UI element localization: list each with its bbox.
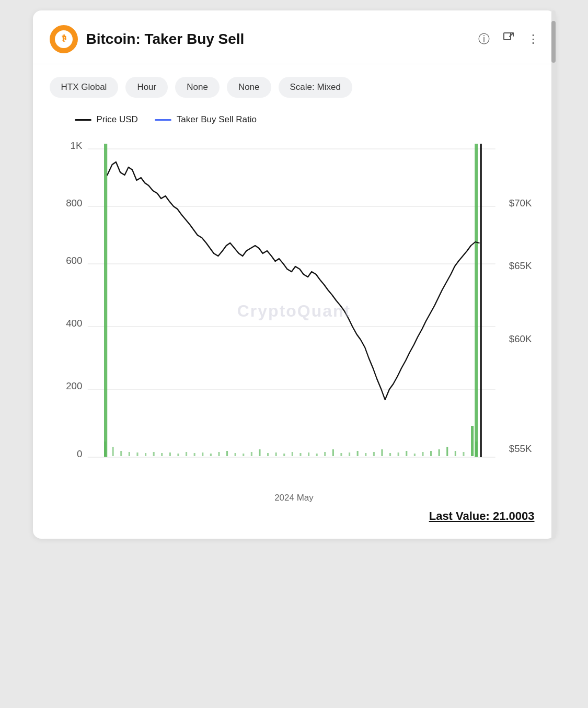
svg-rect-22 bbox=[120, 451, 122, 456]
svg-text:0: 0 bbox=[76, 448, 82, 459]
svg-rect-31 bbox=[193, 453, 195, 456]
svg-rect-56 bbox=[397, 452, 399, 456]
filter-interval[interactable]: Hour bbox=[125, 77, 168, 98]
svg-rect-57 bbox=[406, 451, 407, 456]
svg-rect-64 bbox=[463, 452, 464, 456]
x-axis-label: 2024 May bbox=[50, 489, 539, 505]
filter-exchange[interactable]: HTX Global bbox=[50, 77, 119, 98]
svg-text:$65K: $65K bbox=[509, 260, 532, 271]
header: Bitcoin: Taker Buy Sell ⓘ ⋮ bbox=[33, 10, 556, 64]
svg-rect-66 bbox=[475, 442, 477, 456]
svg-rect-45 bbox=[308, 452, 309, 456]
legend-price-usd: Price USD bbox=[75, 114, 138, 125]
legend-line-price bbox=[75, 119, 91, 121]
svg-rect-59 bbox=[422, 452, 423, 456]
chart-legend: Price USD Taker Buy Sell Ratio bbox=[33, 110, 556, 133]
svg-rect-43 bbox=[291, 452, 293, 456]
svg-rect-60 bbox=[430, 451, 432, 456]
svg-text:600: 600 bbox=[66, 255, 82, 266]
svg-rect-44 bbox=[299, 453, 301, 456]
svg-rect-53 bbox=[373, 452, 374, 456]
svg-rect-36 bbox=[234, 453, 236, 456]
svg-rect-17 bbox=[104, 144, 107, 457]
svg-text:$60K: $60K bbox=[509, 333, 532, 344]
svg-rect-24 bbox=[136, 452, 138, 456]
filter-2[interactable]: None bbox=[227, 77, 271, 98]
chart-container: CryptoQuant 1K 800 600 400 200 0 $70K $6… bbox=[50, 133, 539, 489]
svg-text:1K: 1K bbox=[70, 140, 83, 151]
svg-rect-25 bbox=[145, 453, 146, 456]
legend-label-ratio: Taker Buy Sell Ratio bbox=[177, 114, 257, 125]
btc-icon bbox=[55, 30, 73, 48]
svg-rect-54 bbox=[381, 449, 383, 456]
svg-rect-46 bbox=[316, 454, 317, 456]
legend-line-ratio bbox=[155, 119, 171, 121]
more-options-icon[interactable]: ⋮ bbox=[527, 32, 539, 46]
svg-rect-62 bbox=[446, 447, 448, 456]
svg-rect-61 bbox=[438, 449, 440, 456]
chart-svg: 1K 800 600 400 200 0 $70K $65K $60K $55K bbox=[50, 133, 539, 489]
svg-rect-50 bbox=[349, 452, 350, 456]
svg-text:800: 800 bbox=[66, 198, 82, 208]
svg-rect-20 bbox=[104, 442, 106, 456]
svg-rect-51 bbox=[356, 451, 358, 456]
svg-rect-52 bbox=[365, 453, 366, 456]
svg-rect-40 bbox=[267, 453, 269, 456]
header-icons: ⓘ ⋮ bbox=[478, 31, 539, 47]
svg-rect-63 bbox=[454, 451, 456, 456]
svg-rect-32 bbox=[202, 452, 203, 456]
svg-rect-30 bbox=[186, 452, 187, 456]
svg-rect-42 bbox=[283, 454, 285, 456]
svg-rect-58 bbox=[413, 454, 415, 456]
ratio-bars bbox=[104, 426, 477, 456]
svg-rect-29 bbox=[177, 454, 179, 456]
svg-rect-34 bbox=[218, 452, 220, 456]
svg-rect-37 bbox=[243, 454, 244, 456]
svg-rect-49 bbox=[340, 453, 342, 456]
scrollbar-thumb[interactable] bbox=[551, 21, 556, 63]
chart-area: CryptoQuant 1K 800 600 400 200 0 $70K $6… bbox=[33, 133, 556, 505]
page-title: Bitcoin: Taker Buy Sell bbox=[86, 31, 470, 48]
filter-1[interactable]: None bbox=[175, 77, 220, 98]
external-link-icon[interactable] bbox=[502, 31, 515, 47]
svg-rect-27 bbox=[161, 453, 163, 456]
filters-bar: HTX Global Hour None None Scale: Mixed bbox=[33, 64, 556, 110]
svg-rect-23 bbox=[128, 452, 130, 456]
svg-rect-28 bbox=[169, 452, 170, 456]
svg-text:$55K: $55K bbox=[509, 443, 532, 454]
info-icon[interactable]: ⓘ bbox=[478, 31, 490, 47]
filter-scale[interactable]: Scale: Mixed bbox=[279, 77, 352, 98]
svg-rect-26 bbox=[153, 452, 154, 456]
svg-rect-65 bbox=[471, 426, 474, 456]
svg-rect-41 bbox=[275, 452, 276, 456]
legend-label-price: Price USD bbox=[97, 114, 138, 125]
svg-rect-33 bbox=[210, 454, 211, 456]
svg-rect-19 bbox=[480, 144, 481, 457]
main-card: Bitcoin: Taker Buy Sell ⓘ ⋮ HTX Global H… bbox=[33, 10, 556, 539]
svg-rect-38 bbox=[250, 452, 252, 456]
svg-rect-21 bbox=[112, 447, 113, 456]
svg-rect-18 bbox=[475, 144, 478, 457]
svg-text:400: 400 bbox=[66, 318, 82, 329]
svg-rect-48 bbox=[332, 449, 333, 456]
svg-text:$70K: $70K bbox=[509, 198, 532, 208]
svg-rect-39 bbox=[259, 449, 260, 456]
svg-rect-47 bbox=[324, 452, 326, 456]
svg-text:200: 200 bbox=[66, 380, 82, 391]
last-value: Last Value: 21.0003 bbox=[33, 505, 556, 523]
price-line bbox=[107, 162, 479, 400]
bitcoin-logo bbox=[50, 25, 78, 53]
legend-taker-ratio: Taker Buy Sell Ratio bbox=[155, 114, 257, 125]
svg-rect-55 bbox=[389, 453, 391, 456]
svg-rect-35 bbox=[226, 451, 228, 456]
